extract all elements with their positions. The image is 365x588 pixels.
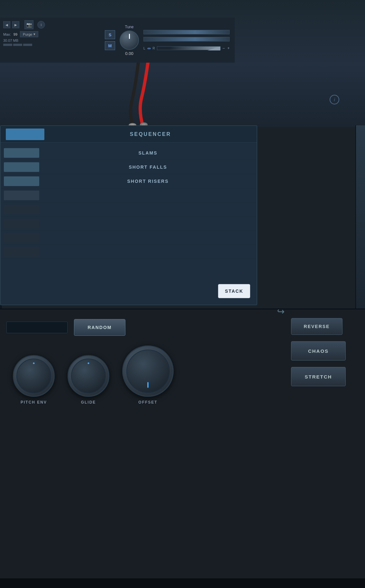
s-button[interactable]: S [105,30,115,39]
display-box [6,322,68,333]
knob-group-pitch-env: PITCH ENV [6,355,61,405]
plus-sign: + [227,46,230,50]
chaos-button[interactable]: CHAOS [291,341,346,361]
nav-arrows: ◀ ▶ 📷 i [3,20,106,29]
pitch-env-knob-dot [33,362,35,364]
tune-label: Tune [125,25,134,29]
reverse-button[interactable]: REVERSE [291,318,342,335]
m-button[interactable]: M [105,41,115,50]
info-button[interactable]: i [37,21,45,29]
volume-triangle [207,47,220,50]
mb-label: 30.07 MB [3,39,106,42]
sequencer-row-5[interactable] [1,202,257,217]
offset-knob-dot [147,382,149,388]
sequencer-blue-tab[interactable] [6,129,44,140]
seq-row-label-short-falls [4,162,39,172]
glide-label: GLIDE [81,400,96,405]
plus-minus: – + [223,46,230,50]
tune-sliders: L ⇔ R – + [143,30,230,51]
volume-slider[interactable] [157,46,221,50]
glide-knob-inner [71,359,106,393]
sequencer-row-short-risers[interactable]: SHORT RISERS [1,174,257,188]
r-label: R [153,47,155,50]
right-buttons: REVERSE CHAOS STRETCH [291,318,346,386]
sequencer-list: SLAMS SHORT FALLS SHORT RISERS [1,143,257,262]
seq-row-label-short-risers [4,176,39,186]
sequencer-row-8[interactable] [1,245,257,259]
seq-row-name-short-risers: SHORT RISERS [42,179,253,184]
seq-row-name-short-falls: SHORT FALLS [42,165,253,170]
meter-bar-1 [3,44,12,46]
pitch-env-knob-inner [16,359,51,393]
tune-knob[interactable] [120,31,139,50]
sequencer-row-4[interactable] [1,188,257,202]
sequencer-row-short-falls[interactable]: SHORT FALLS [1,160,257,174]
meter-bar-3 [23,44,32,46]
seq-row-label-5 [4,205,39,214]
max-value: 99 [14,32,17,36]
tune-value: 0.00 [125,51,133,56]
pitch-env-knob[interactable] [13,355,55,397]
seq-row-label-6 [4,219,39,228]
meter-bar-2 [13,44,22,46]
cable-area: i [0,63,365,127]
random-button[interactable]: RANDOM [74,319,125,336]
lr-control: L ⇔ R – + [143,46,230,51]
seq-row-name-slams: SLAMS [42,150,253,156]
header-controls: ◀ ▶ 📷 i Max: 99 Purge ▾ 30.07 MB [0,18,109,63]
camera-button[interactable]: 📷 [24,20,33,29]
sequencer-title: SEQUENCER [50,131,251,137]
pitch-env-label: PITCH ENV [21,400,47,405]
stretch-button[interactable]: STRETCH [291,367,346,386]
tune-slider-bottom[interactable] [143,37,230,41]
sequencer-row-7[interactable] [1,231,257,245]
max-row: Max: 99 Purge ▾ [3,31,106,37]
l-label: L [143,47,145,50]
nav-prev-button[interactable]: ◀ [3,21,10,28]
knob-group-glide: GLIDE [61,355,116,405]
seq-row-label-4 [4,191,39,200]
info-circle-button[interactable]: i [330,95,339,104]
stack-button[interactable]: STACK [218,284,250,298]
sequencer-panel: SEQUENCER SLAMS SHORT FALLS SHORT RISERS [0,125,257,305]
seq-row-label-7 [4,233,39,243]
knob-group-offset: OFFSET [116,345,180,405]
return-arrow[interactable]: ↩ [277,306,285,317]
header-bar: ◀ ▶ 📷 i Max: 99 Purge ▾ 30.07 MB S M Tun… [0,0,365,67]
tune-slider-top[interactable] [143,30,230,34]
max-label: Max: [3,32,11,36]
offset-label: OFFSET [138,400,157,405]
cables-svg [116,63,180,127]
lr-icon: ⇔ [147,46,151,51]
seq-row-label-slams [4,148,39,158]
sequencer-row-6[interactable] [1,217,257,231]
seq-row-label-8 [4,247,39,257]
offset-knob[interactable] [122,345,174,397]
sequencer-header: SEQUENCER [1,126,257,143]
minus-sign: – [223,46,225,50]
bottom-dark-bar [0,578,365,588]
glide-knob[interactable] [68,355,109,397]
offset-knob-inner [126,350,170,393]
meter-bars [3,44,106,46]
side-strip [355,125,365,312]
sequencer-row-slams[interactable]: SLAMS [1,146,257,160]
glide-knob-dot [88,362,89,364]
purge-button[interactable]: Purge ▾ [20,31,38,37]
nav-next-button[interactable]: ▶ [12,21,19,28]
sm-stack: S M [105,30,115,50]
tune-section: S M Tune 0.00 L ⇔ R – + [100,18,235,63]
tune-knob-area: Tune 0.00 [120,25,139,56]
